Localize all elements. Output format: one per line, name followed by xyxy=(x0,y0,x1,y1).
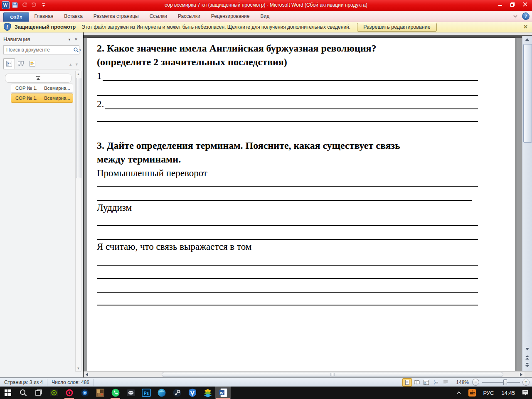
previous-page-button[interactable] xyxy=(523,354,531,361)
message-bar-close-button[interactable]: ✕ xyxy=(523,24,528,30)
zoom-slider-thumb[interactable] xyxy=(503,379,507,385)
taskbar-whatsapp-button[interactable] xyxy=(108,387,123,399)
v-shield-icon xyxy=(188,388,197,397)
discord-icon xyxy=(126,388,135,397)
tab-browse-headings[interactable] xyxy=(3,58,15,69)
status-bar: Страница: 3 из 4 Число слов: 486 148% − … xyxy=(0,377,532,387)
redo-button[interactable] xyxy=(30,1,38,9)
heading-navigation-arrows: ▲ ▼ xyxy=(69,62,79,69)
navigation-scrollbar[interactable]: ▲ ▼ xyxy=(75,71,81,372)
start-icon xyxy=(4,389,12,397)
tab-browse-results[interactable] xyxy=(27,58,38,69)
action-center-button[interactable] xyxy=(519,387,532,399)
taskbar-task-view-button[interactable] xyxy=(31,387,46,399)
zoom-slider[interactable] xyxy=(482,382,520,383)
undo-button[interactable] xyxy=(20,1,29,9)
scroll-down-button[interactable] xyxy=(523,346,531,352)
zoom-out-button[interactable]: − xyxy=(472,379,479,386)
next-page-button[interactable] xyxy=(523,362,531,368)
search-button[interactable] xyxy=(73,47,79,53)
full-screen-reading-view-button[interactable] xyxy=(412,378,421,387)
task-view-icon xyxy=(34,389,43,397)
scroll-up-button[interactable]: ▲ xyxy=(76,71,81,77)
tab-рассылки[interactable]: Рассылки xyxy=(172,11,206,22)
zoom-in-button[interactable]: + xyxy=(522,379,530,386)
taskbar-v-shield-button[interactable] xyxy=(185,387,200,399)
opera-icon xyxy=(65,388,74,397)
document-page[interactable]: 2. Какое значение имела Английская буржу… xyxy=(87,38,515,371)
taskbar-photoshop-button[interactable]: Ps xyxy=(138,387,154,399)
clock[interactable]: 14:45 xyxy=(498,390,519,396)
outline-view-button[interactable] xyxy=(431,378,441,387)
scroll-down-button[interactable]: ▼ xyxy=(76,365,81,371)
taskbar-game-button[interactable] xyxy=(92,387,108,399)
scrollbar-thumb[interactable] xyxy=(162,372,503,377)
nav-heading-item[interactable]: СОР № 1.Всемирна... xyxy=(11,84,73,93)
customize-qat-button[interactable] xyxy=(39,1,48,9)
vertical-scrollbar[interactable] xyxy=(522,36,532,371)
tray-app-button[interactable] xyxy=(465,387,479,399)
scroll-right-button[interactable] xyxy=(519,372,524,377)
tab-главная[interactable]: Главная xyxy=(29,11,59,22)
print-layout-view-button[interactable] xyxy=(402,378,412,387)
taskbar-edge-button[interactable] xyxy=(154,387,169,399)
save-icon xyxy=(12,2,18,8)
taskbar-steam-button[interactable] xyxy=(169,387,185,399)
save-button[interactable] xyxy=(11,1,19,9)
heading-label: СОР № 1. xyxy=(15,86,37,91)
app-menu-button[interactable]: W xyxy=(1,1,10,9)
collapse-ribbon-button[interactable] xyxy=(513,15,518,18)
zoom-level[interactable]: 148% xyxy=(456,379,469,385)
taskbar-start-button[interactable] xyxy=(0,387,15,399)
taskbar-layers-button[interactable] xyxy=(200,387,215,399)
web-layout-view-button[interactable] xyxy=(421,378,431,387)
navigation-menu-button[interactable]: ▾ xyxy=(66,37,73,42)
close-icon xyxy=(523,2,527,7)
tab-file[interactable]: Файл xyxy=(3,12,29,22)
minimize-button[interactable] xyxy=(494,0,506,9)
jump-to-beginning-button[interactable] xyxy=(5,74,71,83)
navigation-close-button[interactable]: ✕ xyxy=(73,37,79,42)
heading-label-truncated: Всемирна... xyxy=(44,96,70,101)
answer-line xyxy=(97,305,478,305)
navigation-pane: Навигация ▾ ✕ ▾ ▲ ▼ СОР № 1.Всемирна...С… xyxy=(0,32,83,377)
close-button[interactable] xyxy=(519,0,531,9)
draft-icon xyxy=(443,379,448,385)
taskbar-opera-button[interactable] xyxy=(62,387,77,399)
scroll-up-button[interactable] xyxy=(523,36,531,43)
tab-рецензирование[interactable]: Рецензирование xyxy=(206,11,255,22)
search-options-button[interactable]: ▾ xyxy=(79,48,81,52)
taskbar-search-button[interactable] xyxy=(15,387,31,399)
taskbar-discord-button[interactable] xyxy=(123,387,138,399)
nav-heading-item[interactable]: СОР № 1.Всемирна... xyxy=(11,94,73,103)
numbered-answer-row: 2. xyxy=(97,97,478,111)
horizontal-scrollbar[interactable] xyxy=(84,371,532,377)
taskbar-word-button[interactable]: W xyxy=(215,387,231,399)
minimize-icon xyxy=(498,2,502,7)
language-indicator[interactable]: РУС xyxy=(479,390,498,396)
scrollbar-thumb[interactable] xyxy=(523,44,532,143)
show-hidden-icons-button[interactable] xyxy=(453,387,465,399)
word-count[interactable]: Число слов: 486 xyxy=(47,379,94,386)
search-input[interactable] xyxy=(4,47,71,53)
chevron-up-icon xyxy=(456,389,462,396)
draft-view-button[interactable] xyxy=(441,378,450,387)
scrollbar-thumb[interactable] xyxy=(76,78,81,178)
arrow-down-icon xyxy=(525,348,529,350)
restore-button[interactable] xyxy=(506,0,519,9)
taskbar-lens-browser-button[interactable] xyxy=(77,387,92,399)
previous-heading-button[interactable]: ▲ xyxy=(69,62,72,66)
next-heading-button[interactable]: ▼ xyxy=(75,62,79,66)
help-button[interactable]: ? xyxy=(522,12,530,20)
tab-вставка[interactable]: Вставка xyxy=(59,11,88,22)
taskbar-icons: PsW xyxy=(0,387,231,399)
tab-вид[interactable]: Вид xyxy=(255,11,275,22)
page-indicator[interactable]: Страница: 3 из 4 xyxy=(0,379,47,386)
tab-ссылки[interactable]: Ссылки xyxy=(144,11,172,22)
taskbar-nvidia-button[interactable] xyxy=(46,387,62,399)
scroll-left-button[interactable] xyxy=(84,372,89,377)
enable-editing-button[interactable]: Разрешить редактирование xyxy=(357,23,436,32)
tab-browse-pages[interactable] xyxy=(15,58,27,69)
tab-разметка-страницы[interactable]: Разметка страницы xyxy=(88,11,144,22)
heading-label-truncated: Всемирна... xyxy=(44,86,70,91)
